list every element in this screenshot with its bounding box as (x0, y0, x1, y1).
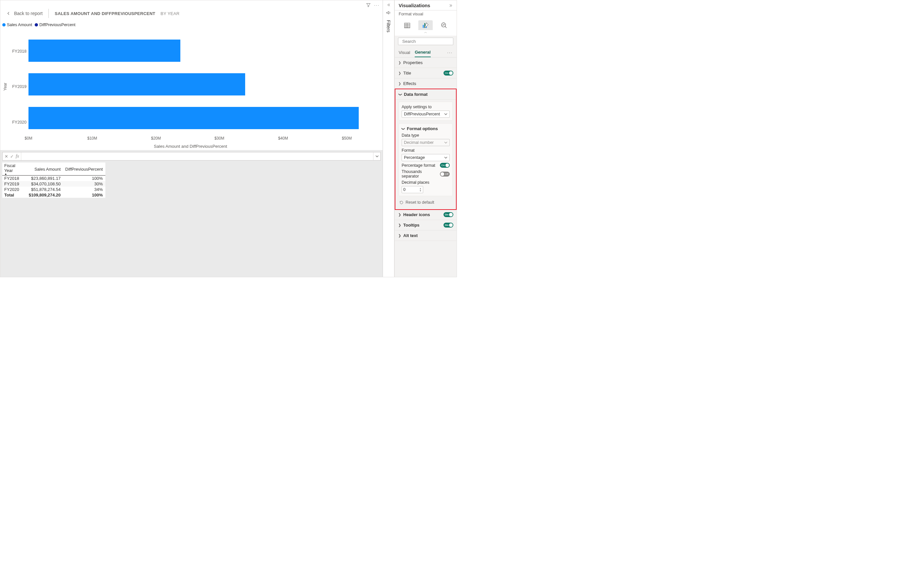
format-options-header[interactable]: ❯Format options (402, 126, 450, 131)
section-properties[interactable]: ❯Properties (395, 58, 457, 68)
tabs-more[interactable]: ··· (447, 50, 453, 55)
filters-label: Filters (386, 20, 391, 32)
analytics-mode[interactable] (437, 20, 452, 31)
report-canvas: ··· Back to report SALES AMOUNT AND DIFF… (0, 0, 383, 277)
pct-format-label: Percentage format (402, 163, 435, 168)
title-toggle[interactable]: On (444, 70, 453, 76)
chevron-down-icon (444, 156, 447, 159)
chevron-down-icon (444, 112, 447, 116)
svg-rect-1 (423, 25, 424, 28)
data-type-label: Data type (402, 133, 450, 138)
y-axis-label: Year (2, 83, 8, 91)
format-label: Format (402, 148, 450, 153)
highlighted-region: ❯Data format Apply settings to DiffPrevi… (395, 88, 457, 210)
expand-right-icon[interactable] (449, 4, 453, 7)
pane-subtitle: Format visual (395, 10, 457, 18)
divider (48, 9, 49, 18)
decimal-places-input[interactable]: 0▲▼ (402, 186, 423, 193)
col-fiscal-year[interactable]: Fiscal Year▲ (2, 163, 27, 176)
col-diff-prev-pct[interactable]: DiffPreviousPercent (63, 163, 105, 176)
data-table[interactable]: Fiscal Year▲ Sales Amount DiffPreviousPe… (2, 163, 105, 198)
x-axis: $0M $10M $20M $30M $40M $50M (28, 136, 379, 143)
apply-settings-label: Apply settings to (402, 105, 450, 109)
pane-title: Visualizations (399, 3, 430, 8)
build-visual-mode[interactable] (400, 20, 414, 31)
announce-icon[interactable] (386, 10, 391, 15)
more-options-icon[interactable]: ··· (374, 3, 380, 7)
format-search[interactable] (398, 37, 453, 45)
format-select[interactable]: Percentage (402, 154, 450, 161)
legend-dot-1 (2, 23, 6, 27)
filters-pane-collapsed[interactable]: Filters (383, 0, 394, 277)
decimals-label: Decimal places (402, 180, 450, 185)
percentage-format-toggle[interactable]: On (440, 163, 450, 168)
bar-chart[interactable]: Year FY2018 FY2019 FY2020 $0M $10M (2, 30, 379, 143)
table-total-row: Total$109,809,274.20100% (2, 192, 105, 198)
section-data-format[interactable]: ❯Data format (395, 89, 456, 99)
mode-indicator-icon: ︿ (395, 30, 457, 36)
collapse-left-icon[interactable] (386, 3, 391, 7)
tab-visual[interactable]: Visual (399, 48, 410, 57)
y-axis-categories: FY2018 FY2019 FY2020 (8, 30, 28, 143)
tab-general[interactable]: General (415, 48, 430, 57)
format-visual-mode[interactable] (418, 20, 433, 31)
chevron-right-icon: ❯ (398, 213, 401, 217)
thousands-separator-toggle[interactable]: Off (440, 172, 450, 176)
header-icons-toggle[interactable]: On (444, 212, 453, 217)
reset-to-default-button[interactable]: Reset to default (399, 199, 453, 206)
fx-icon[interactable]: fx (16, 154, 19, 159)
section-header-icons[interactable]: ❯Header icons On (395, 209, 457, 220)
sort-asc-icon: ▲ (4, 173, 24, 175)
chevron-right-icon: ❯ (398, 61, 401, 64)
back-label: Back to report (14, 11, 42, 16)
commit-icon[interactable]: ✓ (10, 154, 14, 159)
chevron-down-icon: ❯ (402, 127, 405, 130)
chevron-right-icon: ❯ (398, 71, 401, 75)
search-input[interactable] (402, 39, 457, 44)
back-to-report-button[interactable]: Back to report (6, 11, 42, 16)
tooltips-toggle[interactable]: On (444, 223, 453, 227)
chevron-down-icon (444, 141, 447, 144)
x-axis-title: Sales Amount and DiffPreviousPercent (2, 143, 379, 149)
thousands-label: Thousands separator (402, 169, 440, 178)
chart-legend: Sales Amount DiffPreviousPercent (0, 21, 382, 28)
section-alt-text[interactable]: ❯Alt text (395, 230, 457, 241)
data-type-select[interactable]: Decimal number (402, 139, 450, 146)
cancel-icon[interactable]: ✕ (4, 154, 8, 159)
chevron-right-icon: ❯ (398, 223, 401, 227)
apply-settings-select[interactable]: DiffPreviousPercent (402, 111, 450, 118)
formula-dropdown[interactable] (373, 152, 380, 160)
bar-fy2018[interactable] (28, 40, 180, 62)
filter-icon[interactable] (366, 3, 371, 7)
chart-title: SALES AMOUNT AND DIFFPREVIOUSPERCENT BY … (55, 11, 179, 16)
section-tooltips[interactable]: ❯Tooltips On (395, 220, 457, 230)
data-table-section: ✕ ✓ fx Fiscal Year▲ Sales Amount DiffPre… (0, 150, 382, 277)
table-row[interactable]: FY2019$34,070,108.5030% (2, 181, 105, 187)
col-sales-amount[interactable]: Sales Amount (27, 163, 63, 176)
formula-input[interactable] (21, 152, 373, 160)
table-row[interactable]: FY2020$51,878,274.5434% (2, 187, 105, 192)
chevron-down-icon: ❯ (399, 93, 402, 96)
formula-bar[interactable]: ✕ ✓ fx (2, 152, 381, 160)
reset-icon (399, 200, 404, 205)
visualizations-pane: Visualizations Format visual ︿ Visual Ge… (394, 0, 457, 277)
chevron-right-icon: ❯ (398, 82, 401, 85)
table-row[interactable]: FY2018$23,860,891.17100% (2, 176, 105, 181)
spinner-icon[interactable]: ▲▼ (419, 187, 422, 192)
section-effects[interactable]: ❯Effects (395, 78, 457, 88)
section-title[interactable]: ❯Title On (395, 68, 457, 78)
chevron-right-icon: ❯ (398, 234, 401, 238)
bar-fy2019[interactable] (28, 73, 245, 96)
legend-dot-2 (35, 23, 38, 27)
bar-fy2020[interactable] (28, 107, 359, 129)
